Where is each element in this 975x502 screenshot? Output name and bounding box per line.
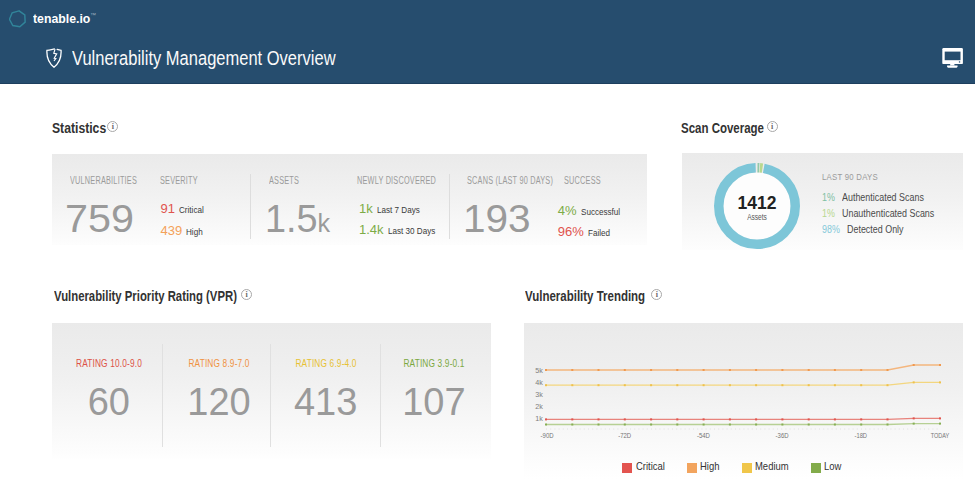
svg-text:-90D: -90D (541, 431, 554, 440)
svg-text:TODAY: TODAY (931, 431, 950, 440)
svg-text:3k: 3k (535, 390, 543, 399)
svg-text:4k: 4k (535, 378, 543, 387)
svg-text:5k: 5k (535, 366, 543, 375)
svg-text:-72D: -72D (618, 431, 631, 440)
svg-text:-54D: -54D (697, 431, 710, 440)
svg-text:-36D: -36D (776, 431, 789, 440)
svg-text:-18D: -18D (855, 431, 868, 440)
svg-text:1k: 1k (535, 414, 543, 423)
svg-text:2k: 2k (535, 402, 543, 411)
